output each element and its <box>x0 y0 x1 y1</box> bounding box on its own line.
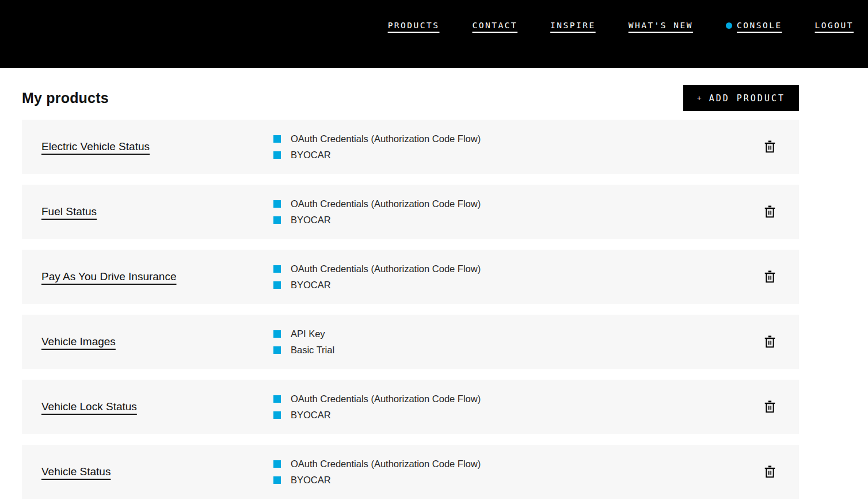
credentials-cell: OAuth Credentials (Authorization Code Fl… <box>273 394 762 421</box>
product-name-cell: Electric Vehicle Status <box>22 140 273 153</box>
product-name-cell: Fuel Status <box>22 205 273 218</box>
square-bullet-icon <box>273 346 281 354</box>
delete-cell <box>762 203 799 221</box>
credential-label: OAuth Credentials (Authorization Code Fl… <box>291 264 481 274</box>
credentials-cell: OAuth Credentials (Authorization Code Fl… <box>273 264 762 291</box>
delete-product-button[interactable] <box>762 333 778 351</box>
delete-cell <box>762 268 799 286</box>
table-row: Fuel Status OAuth Credentials (Authoriza… <box>22 185 799 239</box>
credential-label: BYOCAR <box>291 410 331 421</box>
credential-line: OAuth Credentials (Authorization Code Fl… <box>273 459 762 469</box>
nav-item-contact[interactable]: CONTACT <box>472 21 517 30</box>
add-product-label: ADD PRODUCT <box>709 93 785 104</box>
credential-label: BYOCAR <box>291 150 331 161</box>
trash-icon <box>764 400 776 414</box>
main-nav: PRODUCTS CONTACT INSPIRE WHAT'S NEW CONS… <box>388 0 868 30</box>
nav-item-console[interactable]: CONSOLE <box>726 21 782 30</box>
square-bullet-icon <box>273 476 281 484</box>
product-link[interactable]: Electric Vehicle Status <box>41 140 150 152</box>
plus-icon: + <box>697 94 703 102</box>
credential-line: BYOCAR <box>273 150 762 161</box>
nav-item-label: CONTACT <box>472 21 517 30</box>
delete-product-button[interactable] <box>762 268 778 286</box>
credential-label: OAuth Credentials (Authorization Code Fl… <box>291 459 481 469</box>
top-header: PRODUCTS CONTACT INSPIRE WHAT'S NEW CONS… <box>0 0 868 68</box>
table-row: Pay As You Drive Insurance OAuth Credent… <box>22 250 799 304</box>
table-row: Vehicle Images API KeyBasic Trial <box>22 315 799 369</box>
credential-label: OAuth Credentials (Authorization Code Fl… <box>291 133 481 144</box>
credential-label: BYOCAR <box>291 475 331 486</box>
credential-line: BYOCAR <box>273 410 762 421</box>
delete-cell <box>762 333 799 351</box>
square-bullet-icon <box>273 135 281 143</box>
credential-label: Basic Trial <box>291 345 334 356</box>
main-content: My products + ADD PRODUCT Electric Vehic… <box>0 85 868 499</box>
credential-line: BYOCAR <box>273 475 762 486</box>
square-bullet-icon <box>273 151 281 159</box>
credential-line: BYOCAR <box>273 215 762 226</box>
trash-icon <box>764 205 776 219</box>
credential-line: Basic Trial <box>273 345 762 356</box>
product-link[interactable]: Pay As You Drive Insurance <box>41 270 176 282</box>
product-link[interactable]: Vehicle Images <box>41 335 116 348</box>
nav-item-inspire[interactable]: INSPIRE <box>550 21 596 30</box>
product-list: Electric Vehicle Status OAuth Credential… <box>22 120 799 499</box>
credential-line: OAuth Credentials (Authorization Code Fl… <box>273 133 762 144</box>
nav-item-products[interactable]: PRODUCTS <box>388 21 440 30</box>
delete-product-button[interactable] <box>762 138 778 156</box>
credential-line: BYOCAR <box>273 280 762 291</box>
table-row: Vehicle Lock Status OAuth Credentials (A… <box>22 380 799 434</box>
nav-item-label: LOGOUT <box>815 21 854 30</box>
product-name-cell: Pay As You Drive Insurance <box>22 270 273 283</box>
delete-product-button[interactable] <box>762 203 778 221</box>
nav-item-label: WHAT'S NEW <box>629 21 693 30</box>
credentials-cell: OAuth Credentials (Authorization Code Fl… <box>273 133 762 161</box>
product-name-cell: Vehicle Images <box>22 335 273 348</box>
nav-item-whats-new[interactable]: WHAT'S NEW <box>629 21 693 30</box>
square-bullet-icon <box>273 330 281 338</box>
square-bullet-icon <box>273 281 281 289</box>
active-dot-icon <box>726 22 732 29</box>
credentials-cell: OAuth Credentials (Authorization Code Fl… <box>273 198 762 226</box>
square-bullet-icon <box>273 395 281 403</box>
product-link[interactable]: Fuel Status <box>41 205 97 217</box>
trash-icon <box>764 335 776 349</box>
credential-label: BYOCAR <box>291 215 331 226</box>
credential-line: OAuth Credentials (Authorization Code Fl… <box>273 198 762 209</box>
nav-item-label: INSPIRE <box>550 21 596 30</box>
credentials-cell: API KeyBasic Trial <box>273 329 762 356</box>
credential-label: API Key <box>291 329 325 339</box>
delete-cell <box>762 398 799 416</box>
trash-icon <box>764 465 776 479</box>
delete-product-button[interactable] <box>762 398 778 416</box>
credentials-cell: OAuth Credentials (Authorization Code Fl… <box>273 459 762 486</box>
product-name-cell: Vehicle Lock Status <box>22 400 273 413</box>
product-name-cell: Vehicle Status <box>22 465 273 478</box>
table-row: Electric Vehicle Status OAuth Credential… <box>22 120 799 174</box>
square-bullet-icon <box>273 200 281 208</box>
page-title: My products <box>22 90 109 106</box>
table-row: Vehicle Status OAuth Credentials (Author… <box>22 445 799 499</box>
credential-label: BYOCAR <box>291 280 331 291</box>
nav-item-logout[interactable]: LOGOUT <box>815 21 854 30</box>
delete-cell <box>762 463 799 481</box>
credential-line: OAuth Credentials (Authorization Code Fl… <box>273 394 762 404</box>
nav-item-label: PRODUCTS <box>388 21 440 30</box>
credential-label: OAuth Credentials (Authorization Code Fl… <box>291 394 481 404</box>
trash-icon <box>764 270 776 284</box>
title-row: My products + ADD PRODUCT <box>22 85 799 111</box>
add-product-button[interactable]: + ADD PRODUCT <box>683 85 799 111</box>
nav-item-label: CONSOLE <box>737 21 782 30</box>
square-bullet-icon <box>273 460 281 468</box>
square-bullet-icon <box>273 265 281 273</box>
trash-icon <box>764 140 776 154</box>
product-link[interactable]: Vehicle Status <box>41 465 111 478</box>
square-bullet-icon <box>273 216 281 224</box>
delete-product-button[interactable] <box>762 463 778 481</box>
product-link[interactable]: Vehicle Lock Status <box>41 400 137 413</box>
credential-line: OAuth Credentials (Authorization Code Fl… <box>273 264 762 274</box>
credential-line: API Key <box>273 329 762 339</box>
square-bullet-icon <box>273 411 281 419</box>
delete-cell <box>762 138 799 156</box>
credential-label: OAuth Credentials (Authorization Code Fl… <box>291 198 481 209</box>
